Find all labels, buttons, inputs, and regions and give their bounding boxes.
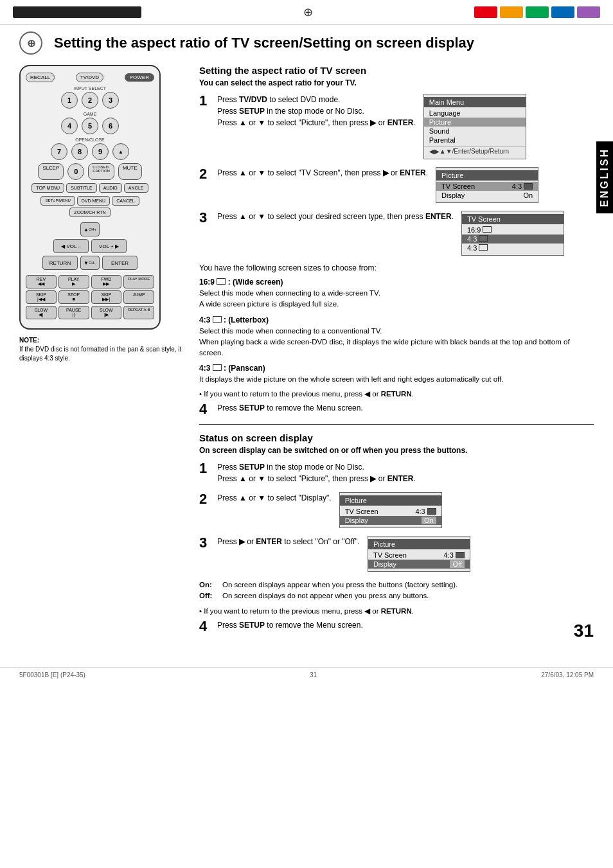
panscan-desc: It displays the wide picture on the whol… bbox=[199, 374, 594, 385]
skip-fwd-button[interactable]: SKIP▶▶| bbox=[91, 290, 122, 304]
skip-back-button[interactable]: SKIP|◀◀ bbox=[26, 290, 57, 304]
wide-desc: Select this mode when connecting to a wi… bbox=[199, 288, 594, 310]
tvdvd-button[interactable]: TV/DVD bbox=[76, 73, 103, 82]
section-divider bbox=[199, 424, 594, 425]
off-item: Off: On screen displays do not appear wh… bbox=[199, 590, 594, 601]
dvd-menu-button[interactable]: DVD MENU bbox=[77, 196, 110, 206]
widescreen-row: 16:9 bbox=[462, 226, 564, 235]
repeat-ab-button[interactable]: REPEAT A-B bbox=[123, 306, 154, 319]
btn-3[interactable]: 3 bbox=[102, 92, 119, 109]
btn-1[interactable]: 1 bbox=[61, 92, 78, 109]
status-step-1-content: Press SETUP in the stop mode or No Disc.… bbox=[217, 461, 594, 484]
menu-display-on-title: Picture bbox=[340, 495, 441, 506]
number-row-2: 4 5 6 bbox=[26, 118, 154, 134]
step-1-row: Press TV/DVD to select DVD mode. Press S… bbox=[217, 94, 526, 159]
letterbox-title: 4:3 : (Letterbox) bbox=[199, 315, 594, 324]
vol-minus-button[interactable]: ◀ VOL – bbox=[53, 239, 89, 253]
on-off-list: On: On screen displays appear when you p… bbox=[199, 580, 594, 602]
btn-9[interactable]: 9 bbox=[92, 143, 109, 160]
main-content: RECALL TV/DVD POWER INPUT SELECT 1 2 3 G… bbox=[19, 65, 594, 641]
return-note-2: • If you want to return to the previous … bbox=[199, 607, 594, 616]
rev-button[interactable]: REV◀◀ bbox=[26, 275, 57, 288]
btn-7[interactable]: 7 bbox=[51, 143, 67, 160]
cancel-button[interactable]: CANCEL bbox=[112, 196, 139, 206]
status-step-2-num: 2 bbox=[199, 492, 212, 506]
page-title-text: Setting the aspect ratio of TV screen/Se… bbox=[54, 35, 474, 51]
menu-language: Language bbox=[424, 109, 526, 118]
step-2-row: Press ▲ or ▼ to select "TV Screen", then… bbox=[217, 167, 538, 203]
pause-button[interactable]: PAUSE|| bbox=[58, 306, 89, 319]
btn-4[interactable]: 4 bbox=[61, 118, 78, 134]
status-display-subtitle: On screen display can be switched on or … bbox=[199, 446, 594, 455]
page-title: ⊕ Setting the aspect ratio of TV screen/… bbox=[19, 31, 594, 55]
footer: 5F00301B [E] (P24-35) 31 27/6/03, 12:05 … bbox=[0, 667, 613, 682]
enter-button[interactable]: ENTER bbox=[102, 256, 138, 270]
menu-display-off: Picture TV Screen4:3 DisplayOff bbox=[368, 536, 470, 572]
footer-center: 31 bbox=[310, 671, 317, 678]
step-4-num: 4 bbox=[199, 402, 212, 416]
tvscreen-row-2: TV Screen4:3 bbox=[340, 507, 441, 516]
jump-button[interactable]: JUMP bbox=[123, 290, 154, 304]
vol-plus-button[interactable]: VOL + ▶ bbox=[91, 239, 127, 253]
setup-row: SETUP/MENU DVD MENU CANCEL ZOOM/CH RTN bbox=[26, 196, 154, 217]
power-button[interactable]: POWER bbox=[125, 73, 154, 82]
header-color-rect bbox=[474, 6, 600, 18]
color-blue bbox=[551, 6, 574, 18]
special-row: SLEEP 0 CLOSEDCAPTION MUTE bbox=[26, 163, 154, 180]
stop-button[interactable]: STOP■ bbox=[58, 290, 89, 304]
menu-parental: Parental bbox=[424, 136, 526, 145]
menu-nav: ◀▶▲▼/Enter/Setup/Return bbox=[424, 146, 526, 156]
status-step-4: 4 Press SETUP to remove the Menu screen. bbox=[199, 619, 574, 633]
fwd-button[interactable]: FWD▶▶ bbox=[91, 275, 122, 288]
btn-5[interactable]: 5 bbox=[82, 118, 98, 134]
status-step-1-num: 1 bbox=[199, 461, 212, 475]
note-box: NOTE: If the DVD disc is not formatted i… bbox=[19, 336, 186, 363]
sleep-button[interactable]: SLEEP bbox=[38, 163, 64, 180]
final-row: 4 Press SETUP to remove the Menu screen.… bbox=[199, 619, 594, 641]
step-4: 4 Press SETUP to remove the Menu screen. bbox=[199, 402, 594, 416]
ch-plus-button[interactable]: ▲CH+ bbox=[80, 222, 100, 236]
status-step-4-num: 4 bbox=[199, 619, 212, 633]
btn-open-close[interactable]: ▲ bbox=[112, 143, 129, 160]
btn-6[interactable]: 6 bbox=[102, 118, 119, 134]
audio-button[interactable]: AUDIO bbox=[99, 183, 122, 193]
status-step-2: 2 Press ▲ or ▼ to select "Display". Pict… bbox=[199, 492, 594, 528]
note-title: NOTE: bbox=[19, 337, 39, 344]
slow-back-button[interactable]: SLOW◀| bbox=[26, 306, 57, 319]
recall-button[interactable]: RECALL bbox=[26, 73, 55, 82]
letterbox-desc: Select this mode when connecting to a co… bbox=[199, 326, 594, 359]
letterbox-row: 4:3 bbox=[462, 235, 564, 244]
status-step-3: 3 Press ▶ or ENTER to select "On" or "Of… bbox=[199, 536, 594, 572]
menu-picture-1-title: Picture bbox=[436, 170, 538, 181]
setup-menu-button[interactable]: SETUP/MENU bbox=[40, 196, 75, 206]
zoom-rtn-button[interactable]: ZOOM/CH RTN bbox=[69, 208, 110, 217]
btn-0[interactable]: 0 bbox=[67, 163, 84, 180]
step-3-num: 3 bbox=[199, 211, 212, 225]
remote-control: RECALL TV/DVD POWER INPUT SELECT 1 2 3 G… bbox=[19, 65, 161, 330]
title-icon: ⊕ bbox=[19, 31, 42, 55]
step-2-num: 2 bbox=[199, 167, 212, 181]
return-button[interactable]: RETURN bbox=[42, 256, 78, 270]
top-menu-button[interactable]: TOP MENU bbox=[31, 183, 64, 193]
footer-right: 27/6/03, 12:05 PM bbox=[541, 671, 594, 678]
play-mode-button[interactable]: PLAY MODE bbox=[123, 275, 154, 288]
color-purple bbox=[577, 6, 600, 18]
display-on-row: DisplayOn bbox=[340, 516, 441, 525]
mute-button[interactable]: MUTE bbox=[118, 163, 142, 180]
display-off-row: DisplayOff bbox=[368, 560, 470, 569]
angle-button[interactable]: ANGLE bbox=[124, 183, 148, 193]
btn-2[interactable]: 2 bbox=[82, 92, 98, 109]
step-4-content: Press SETUP to remove the Menu screen. bbox=[217, 402, 594, 414]
play-button[interactable]: PLAY▶ bbox=[58, 275, 89, 288]
menu-tvscreen: TV Screen 16:9 4:3 4:3 bbox=[461, 211, 564, 256]
closed-caption-button[interactable]: CLOSEDCAPTION bbox=[88, 163, 114, 180]
transport-grid: REV◀◀ PLAY▶ FWD▶▶ PLAY MODE SKIP|◀◀ STOP… bbox=[26, 275, 154, 319]
status-step-4-content: Press SETUP to remove the Menu screen. bbox=[217, 619, 574, 631]
step-1: 1 Press TV/DVD to select DVD mode. Press… bbox=[199, 94, 594, 159]
slow-fwd-button[interactable]: SLOW|▶ bbox=[91, 306, 122, 319]
status-step-3-num: 3 bbox=[199, 536, 212, 550]
ch-minus-button[interactable]: ▼CH– bbox=[80, 256, 100, 270]
subtitle-button[interactable]: SUBTITLE bbox=[66, 183, 96, 193]
header-black-rect bbox=[13, 6, 141, 18]
btn-8[interactable]: 8 bbox=[71, 143, 88, 160]
